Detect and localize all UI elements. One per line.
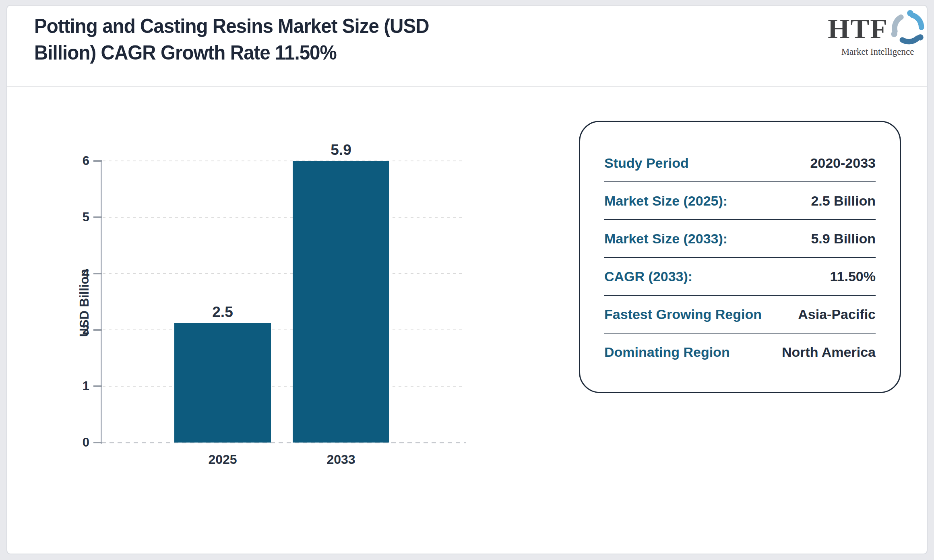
summary-row-value: Asia-Pacific xyxy=(798,307,876,322)
page-title-line2: Billion) CAGR Growth Rate 11.50% xyxy=(34,39,429,66)
y-tick-label: 5 xyxy=(56,209,89,225)
y-tick-label: 2 xyxy=(56,322,89,338)
summary-panel: Study Period 2020-2033 Market Size (2025… xyxy=(579,121,901,393)
htf-logo: HTF Market Inte xyxy=(821,9,934,57)
summary-row-label: Fastest Growing Region xyxy=(604,307,762,322)
summary-row-value: 2.5 Billion xyxy=(811,193,876,209)
y-axis-title: USD Billion xyxy=(77,243,92,363)
summary-row-label: Market Size (2025): xyxy=(604,193,727,209)
header-divider xyxy=(7,86,927,87)
gridline xyxy=(103,161,465,161)
y-tick-mark xyxy=(93,216,102,218)
y-tick-mark xyxy=(93,329,102,331)
summary-row-value: 2020-2033 xyxy=(810,155,876,171)
gridline xyxy=(103,386,465,387)
y-tick-label: 1 xyxy=(56,378,89,394)
summary-row-market-size-2033: Market Size (2033): 5.9 Billion xyxy=(604,220,876,258)
summary-row-market-size-2025: Market Size (2025): 2.5 Billion xyxy=(604,182,876,220)
y-tick-mark xyxy=(93,385,102,387)
y-tick-mark xyxy=(93,273,102,274)
summary-row-label: Dominating Region xyxy=(604,344,730,360)
gridline xyxy=(103,273,465,274)
summary-row-fastest-growing-region: Fastest Growing Region Asia-Pacific xyxy=(604,296,876,334)
htf-logo-text: HTF xyxy=(828,12,888,46)
page-title: Potting and Casting Resins Market Size (… xyxy=(34,13,429,66)
page-title-line1: Potting and Casting Resins Market Size (… xyxy=(34,13,429,39)
bar-value-label-2025: 2.5 xyxy=(174,304,271,321)
summary-row-value: 5.9 Billion xyxy=(811,231,876,247)
y-tick-label: 4 xyxy=(56,266,89,282)
summary-row-study-period: Study Period 2020-2033 xyxy=(604,144,876,182)
gridline xyxy=(103,217,465,218)
y-tick-label: 6 xyxy=(56,153,89,169)
y-tick-mark xyxy=(93,442,102,443)
summary-row-label: Market Size (2033): xyxy=(604,231,727,247)
y-tick-mark xyxy=(93,160,102,162)
x-tick-label-2025: 2025 xyxy=(174,452,271,467)
summary-row-value: 11.50% xyxy=(830,269,876,284)
summary-row-label: CAGR (2033): xyxy=(604,269,692,284)
infographic-page: Potting and Casting Resins Market Size (… xyxy=(0,0,934,560)
summary-row-dominating-region: Dominating Region North America xyxy=(604,334,876,371)
x-axis-baseline xyxy=(101,442,466,443)
summary-row-label: Study Period xyxy=(604,155,689,171)
summary-row-cagr: CAGR (2033): 11.50% xyxy=(604,258,876,296)
bar-value-label-2033: 5.9 xyxy=(293,142,389,159)
x-tick-label-2033: 2033 xyxy=(293,452,389,467)
y-axis-line xyxy=(101,160,102,444)
summary-row-value: North America xyxy=(782,344,876,360)
people-swirl-icon xyxy=(889,9,928,49)
gridline xyxy=(103,329,465,330)
y-tick-label: 0 xyxy=(56,434,89,451)
